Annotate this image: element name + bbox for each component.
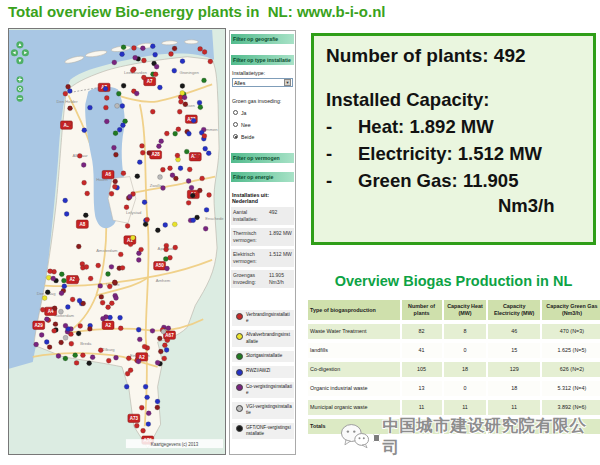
plant-marker[interactable] bbox=[136, 257, 141, 262]
plant-marker[interactable] bbox=[112, 184, 117, 189]
plant-marker[interactable] bbox=[82, 180, 87, 185]
plant-marker[interactable] bbox=[128, 368, 133, 373]
plant-marker[interactable] bbox=[114, 296, 119, 301]
plant-marker[interactable] bbox=[139, 405, 144, 410]
plant-marker[interactable] bbox=[124, 384, 129, 389]
plant-marker[interactable] bbox=[202, 134, 207, 139]
plant-marker[interactable] bbox=[186, 131, 191, 136]
plant-marker[interactable] bbox=[100, 300, 105, 305]
filter-header-geography[interactable]: Filter op geografie bbox=[231, 34, 294, 44]
plant-marker[interactable] bbox=[198, 105, 203, 110]
plant-marker[interactable] bbox=[107, 284, 112, 289]
filter-header-energy[interactable]: Filter op energie bbox=[231, 172, 294, 182]
plant-marker[interactable] bbox=[206, 151, 211, 156]
plant-marker[interactable] bbox=[164, 247, 169, 252]
plant-marker[interactable] bbox=[114, 355, 119, 360]
plant-marker[interactable] bbox=[56, 354, 61, 359]
plant-marker[interactable] bbox=[47, 345, 52, 350]
plant-marker[interactable] bbox=[70, 297, 75, 302]
plant-marker[interactable] bbox=[184, 149, 189, 154]
plant-marker[interactable] bbox=[203, 226, 208, 231]
plant-marker[interactable] bbox=[52, 328, 57, 333]
netherlands-map[interactable]: Den HelderLeeuwardenGroningenAssenEmmenZ… bbox=[9, 29, 225, 454]
plant-marker[interactable] bbox=[136, 359, 141, 364]
plant-marker[interactable] bbox=[120, 52, 125, 57]
plant-marker[interactable] bbox=[76, 331, 81, 336]
plant-marker[interactable] bbox=[67, 121, 72, 126]
plant-marker[interactable] bbox=[133, 55, 138, 60]
plant-marker[interactable] bbox=[120, 104, 125, 109]
plant-marker[interactable] bbox=[111, 145, 116, 150]
plant-marker[interactable] bbox=[136, 327, 141, 332]
plant-marker[interactable] bbox=[115, 103, 120, 108]
radio-button[interactable] bbox=[233, 110, 238, 115]
plant-marker[interactable] bbox=[146, 411, 151, 416]
plant-marker[interactable] bbox=[160, 167, 165, 172]
plant-marker[interactable] bbox=[59, 340, 64, 345]
plant-marker[interactable] bbox=[180, 90, 185, 95]
plant-marker[interactable] bbox=[147, 150, 152, 155]
radio-option-nee[interactable]: Nee bbox=[233, 121, 292, 128]
plant-marker[interactable] bbox=[145, 395, 150, 400]
plant-marker[interactable] bbox=[44, 317, 49, 322]
plant-marker[interactable] bbox=[142, 200, 147, 205]
plant-marker[interactable] bbox=[172, 222, 177, 227]
plant-marker[interactable] bbox=[104, 95, 109, 100]
plant-marker[interactable] bbox=[63, 335, 68, 340]
plant-marker[interactable] bbox=[143, 222, 148, 227]
plant-marker[interactable] bbox=[120, 265, 125, 270]
plant-marker[interactable] bbox=[157, 336, 162, 341]
plant-marker[interactable] bbox=[42, 296, 47, 301]
plant-marker[interactable] bbox=[173, 131, 178, 136]
zoom-reset-button[interactable] bbox=[17, 86, 24, 93]
plant-marker[interactable] bbox=[180, 59, 185, 64]
plant-marker[interactable] bbox=[130, 68, 135, 73]
plant-marker[interactable] bbox=[198, 46, 203, 51]
plant-marker[interactable] bbox=[39, 332, 44, 337]
plant-marker[interactable] bbox=[158, 175, 163, 180]
plant-marker[interactable] bbox=[140, 150, 145, 155]
plant-marker[interactable] bbox=[68, 106, 73, 111]
plant-marker[interactable] bbox=[106, 305, 111, 310]
chevron-down-icon[interactable]: ▼ bbox=[284, 79, 291, 86]
plant-marker[interactable] bbox=[153, 52, 158, 57]
installation-type-select[interactable]: Alles ▼ bbox=[232, 78, 293, 87]
plant-marker[interactable] bbox=[178, 99, 183, 104]
plant-marker[interactable] bbox=[99, 294, 104, 299]
plant-marker[interactable] bbox=[65, 305, 70, 310]
plant-marker[interactable] bbox=[59, 272, 64, 277]
plant-marker[interactable] bbox=[139, 247, 144, 252]
plant-marker[interactable] bbox=[164, 131, 169, 136]
plant-marker[interactable] bbox=[40, 307, 45, 312]
plant-marker[interactable] bbox=[166, 326, 171, 331]
plant-marker[interactable] bbox=[146, 422, 151, 427]
plant-marker[interactable] bbox=[182, 95, 187, 100]
plant-marker[interactable] bbox=[59, 291, 64, 296]
plant-marker[interactable] bbox=[159, 139, 164, 144]
plant-marker[interactable] bbox=[63, 91, 68, 96]
plant-marker[interactable] bbox=[150, 44, 155, 49]
plant-marker[interactable] bbox=[103, 105, 108, 110]
plant-marker[interactable] bbox=[176, 127, 181, 132]
plant-marker[interactable] bbox=[80, 353, 85, 358]
plant-marker[interactable] bbox=[173, 245, 178, 250]
plant-marker[interactable] bbox=[163, 222, 168, 227]
plant-marker[interactable] bbox=[191, 118, 196, 123]
plant-marker[interactable] bbox=[109, 301, 114, 306]
plant-marker[interactable] bbox=[125, 223, 130, 228]
plant-marker[interactable] bbox=[134, 423, 139, 428]
plant-marker[interactable] bbox=[63, 356, 68, 361]
plant-marker[interactable] bbox=[121, 171, 126, 176]
plant-marker[interactable] bbox=[158, 349, 163, 354]
plant-marker[interactable] bbox=[74, 360, 79, 365]
plant-marker[interactable] bbox=[81, 162, 86, 167]
plant-marker[interactable] bbox=[172, 68, 177, 73]
plant-marker[interactable] bbox=[121, 83, 126, 88]
plant-marker[interactable] bbox=[162, 343, 167, 348]
plant-marker[interactable] bbox=[77, 153, 82, 158]
plant-marker[interactable] bbox=[183, 102, 188, 107]
plant-marker[interactable] bbox=[150, 109, 155, 114]
plant-marker[interactable] bbox=[109, 191, 114, 196]
plant-marker[interactable] bbox=[175, 153, 180, 158]
plant-marker[interactable] bbox=[180, 83, 185, 88]
